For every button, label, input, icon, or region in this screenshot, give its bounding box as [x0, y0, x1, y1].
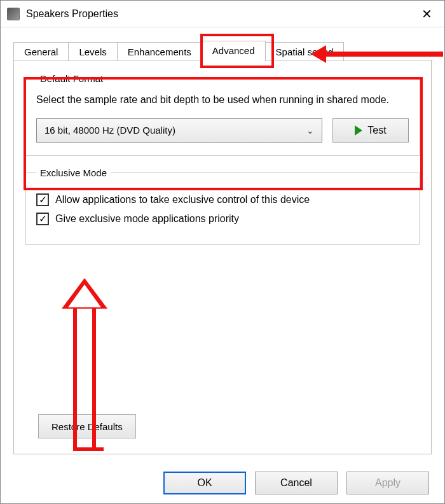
window-title: Speakers Properties	[26, 8, 118, 20]
format-row: 16 bit, 48000 Hz (DVD Quality) ⌄ Test	[36, 118, 409, 143]
cancel-button[interactable]: Cancel	[255, 472, 338, 494]
apply-button: Apply	[346, 472, 429, 494]
restore-defaults-button[interactable]: Restore Defaults	[38, 414, 136, 438]
ok-label: OK	[197, 477, 212, 489]
tab-enhancements-label: Enhancements	[128, 46, 191, 57]
sample-rate-value: 16 bit, 48000 Hz (DVD Quality)	[44, 125, 175, 136]
properties-dialog: Speakers Properties ✕ General Levels Enh…	[0, 0, 445, 504]
sample-rate-dropdown[interactable]: 16 bit, 48000 Hz (DVD Quality) ⌄	[36, 118, 322, 143]
exclusive-priority-row: ✓ Give exclusive mode applications prior…	[36, 213, 409, 225]
close-button[interactable]: ✕	[413, 3, 441, 25]
dialog-footer: OK Cancel Apply	[163, 472, 429, 494]
restore-defaults-label: Restore Defaults	[51, 421, 123, 432]
tab-general-label: General	[24, 46, 58, 57]
test-label: Test	[367, 125, 386, 136]
tab-general[interactable]: General	[13, 42, 69, 61]
cancel-label: Cancel	[280, 477, 312, 489]
tabstrip: General Levels Enhancements Advanced Spa…	[1, 27, 444, 60]
default-format-group: Default Format Select the sample rate an…	[25, 73, 420, 156]
tab-levels[interactable]: Levels	[68, 42, 117, 61]
exclusive-priority-label: Give exclusive mode applications priorit…	[55, 213, 239, 225]
play-icon	[355, 125, 362, 136]
exclusive-control-checkbox[interactable]: ✓	[36, 193, 49, 206]
exclusive-priority-checkbox[interactable]: ✓	[36, 213, 49, 225]
exclusive-mode-group: Exclusive Mode ✓ Allow applications to t…	[25, 167, 420, 245]
default-format-description: Select the sample rate and bit depth to …	[36, 93, 409, 107]
titlebar: Speakers Properties ✕	[1, 1, 444, 27]
test-button[interactable]: Test	[332, 118, 409, 143]
tab-advanced-label: Advanced	[212, 45, 255, 56]
tab-levels-label: Levels	[79, 46, 106, 57]
close-icon: ✕	[421, 6, 432, 22]
exclusive-control-row: ✓ Allow applications to take exclusive c…	[36, 193, 409, 206]
chevron-down-icon: ⌄	[306, 125, 314, 136]
tab-enhancements[interactable]: Enhancements	[117, 42, 202, 61]
tab-spatial-label: Spatial sound	[276, 46, 334, 57]
speaker-icon	[7, 8, 20, 20]
apply-label: Apply	[375, 477, 400, 489]
tab-content: Default Format Select the sample rate an…	[13, 60, 432, 454]
tab-spatial[interactable]: Spatial sound	[265, 42, 345, 61]
exclusive-mode-legend: Exclusive Mode	[36, 167, 111, 178]
tab-advanced[interactable]: Advanced	[202, 41, 266, 60]
ok-button[interactable]: OK	[163, 472, 246, 494]
default-format-legend: Default Format	[36, 73, 107, 84]
exclusive-control-label: Allow applications to take exclusive con…	[55, 194, 310, 206]
